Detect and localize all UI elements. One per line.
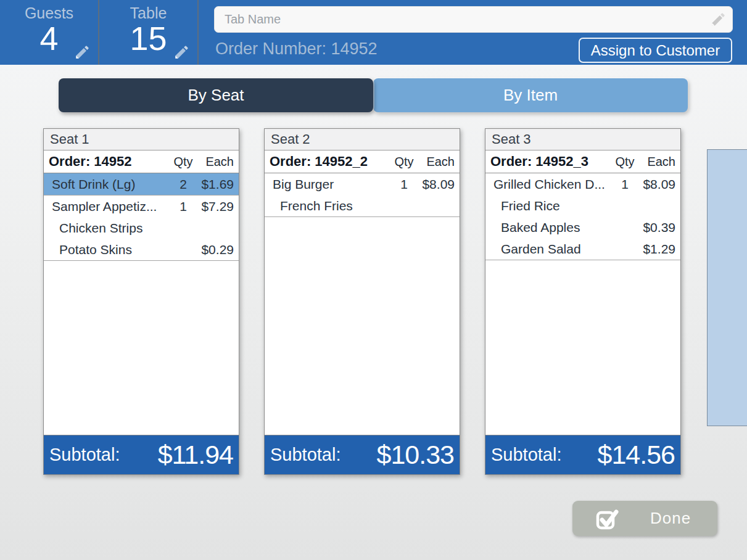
each-column-header: Each	[198, 155, 239, 169]
order-item-modifier-row[interactable]: French Fries	[265, 195, 460, 216]
order-label: Order: 14952	[44, 154, 168, 170]
guests-block[interactable]: Guests 4	[0, 0, 98, 65]
each-column-header: Each	[640, 155, 680, 169]
order-item-row[interactable]: Grilled Chicken D...1$8.09	[485, 173, 680, 195]
order-item-row[interactable]: Sampler Appetiz...1$7.29	[44, 196, 239, 217]
order-label: Order: 14952_2	[265, 154, 389, 170]
table-block[interactable]: Table 15	[99, 0, 197, 65]
seat-card: Seat 3 Order: 14952_3 Qty Each Grilled C…	[485, 128, 681, 475]
tab-by-item[interactable]: By Item	[373, 78, 688, 112]
order-item-modifier-row[interactable]: Fried Rice	[485, 195, 680, 216]
order-header-row: Order: 14952 Qty Each	[44, 150, 239, 173]
item-name: Garden Salad	[485, 242, 610, 257]
order-items-list: Big Burger1$8.09French Fries	[265, 173, 460, 435]
next-seat-card-partial[interactable]	[707, 149, 747, 426]
item-name: Chicken Strips	[44, 221, 168, 236]
each-column-header: Each	[419, 155, 460, 169]
item-name: Grilled Chicken D...	[485, 177, 610, 192]
item-price: $1.69	[198, 177, 239, 192]
item-name: Soft Drink (Lg)	[44, 177, 168, 192]
header-divider	[197, 0, 199, 65]
item-group: Big Burger1$8.09French Fries	[265, 173, 460, 217]
order-item-modifier-row[interactable]: Baked Apples$0.39	[485, 216, 680, 238]
subtotal-label: Subtotal:	[49, 445, 120, 465]
item-name: Sampler Appetiz...	[44, 199, 168, 214]
table-edit-pencil-icon[interactable]	[173, 44, 190, 60]
order-item-modifier-row[interactable]: Garden Salad$1.29	[485, 238, 680, 260]
checkbox-check-icon	[595, 506, 619, 531]
order-header-row: Order: 14952_3 Qty Each	[485, 150, 680, 173]
item-price: $8.09	[640, 177, 680, 192]
seat-card: Seat 2 Order: 14952_2 Qty Each Big Burge…	[264, 128, 460, 475]
subtotal-bar: Subtotal: $11.94	[44, 435, 239, 474]
subtotal-bar: Subtotal: $14.56	[485, 435, 680, 474]
item-price: $7.29	[198, 199, 239, 214]
order-items-list: Grilled Chicken D...1$8.09Fried RiceBake…	[485, 173, 680, 435]
item-name: Fried Rice	[485, 199, 610, 213]
qty-column-header: Qty	[389, 155, 419, 169]
order-label: Order: 14952_3	[485, 154, 610, 170]
subtotal-bar: Subtotal: $10.33	[265, 435, 460, 474]
subtotal-label: Subtotal:	[270, 445, 340, 465]
order-item-modifier-row[interactable]: Potato Skins$0.29	[44, 239, 239, 260]
item-name: Baked Apples	[485, 220, 610, 235]
order-header-row: Order: 14952_2 Qty Each	[265, 150, 460, 173]
qty-column-header: Qty	[168, 155, 198, 169]
tab-by-seat[interactable]: By Seat	[59, 78, 373, 112]
order-number-label: Order Number: 14952	[215, 39, 378, 59]
item-group: Grilled Chicken D...1$8.09Fried RiceBake…	[485, 173, 680, 260]
item-name: Potato Skins	[44, 242, 168, 257]
item-qty: 1	[610, 177, 640, 192]
item-price: $8.09	[419, 177, 460, 192]
seat-card-title: Seat 3	[485, 129, 680, 150]
seat-card-title: Seat 1	[44, 129, 239, 150]
split-check-screen: Guests 4 Table 15	[0, 0, 747, 560]
order-item-row[interactable]: Big Burger1$8.09	[265, 173, 460, 195]
seat-card: Seat 1 Order: 14952 Qty Each Soft Drink …	[43, 128, 239, 475]
assign-to-customer-button[interactable]: Assign to Customer	[579, 38, 732, 63]
order-items-list: Soft Drink (Lg)2$1.69Sampler Appetiz...1…	[44, 173, 239, 435]
item-group: Sampler Appetiz...1$7.29Chicken StripsPo…	[44, 196, 239, 261]
item-group: Soft Drink (Lg)2$1.69	[44, 173, 239, 196]
item-price: $0.29	[198, 242, 239, 257]
tab-name-field-wrap	[214, 6, 733, 33]
subtotal-amount: $11.94	[158, 440, 233, 470]
item-price: $1.29	[640, 242, 680, 257]
item-name: Big Burger	[265, 177, 389, 192]
seat-card-title: Seat 2	[265, 129, 460, 150]
item-qty: 2	[168, 177, 198, 192]
tab-name-edit-pencil-icon[interactable]	[710, 11, 727, 28]
done-button-label: Done	[650, 509, 691, 528]
guests-edit-pencil-icon[interactable]	[74, 44, 91, 60]
item-qty: 1	[389, 177, 419, 192]
order-item-row[interactable]: Soft Drink (Lg)2$1.69	[44, 173, 239, 195]
subtotal-amount: $14.56	[597, 440, 675, 470]
subtotal-label: Subtotal:	[491, 445, 561, 465]
order-item-modifier-row[interactable]: Chicken Strips	[44, 217, 239, 239]
item-price: $0.39	[640, 220, 680, 235]
header-bar: Guests 4 Table 15	[0, 0, 747, 65]
subtotal-amount: $10.33	[376, 440, 454, 470]
item-name: French Fries	[265, 199, 389, 213]
qty-column-header: Qty	[610, 155, 640, 169]
done-button[interactable]: Done	[572, 501, 717, 536]
tab-name-input[interactable]	[214, 6, 733, 33]
item-qty: 1	[168, 199, 198, 214]
